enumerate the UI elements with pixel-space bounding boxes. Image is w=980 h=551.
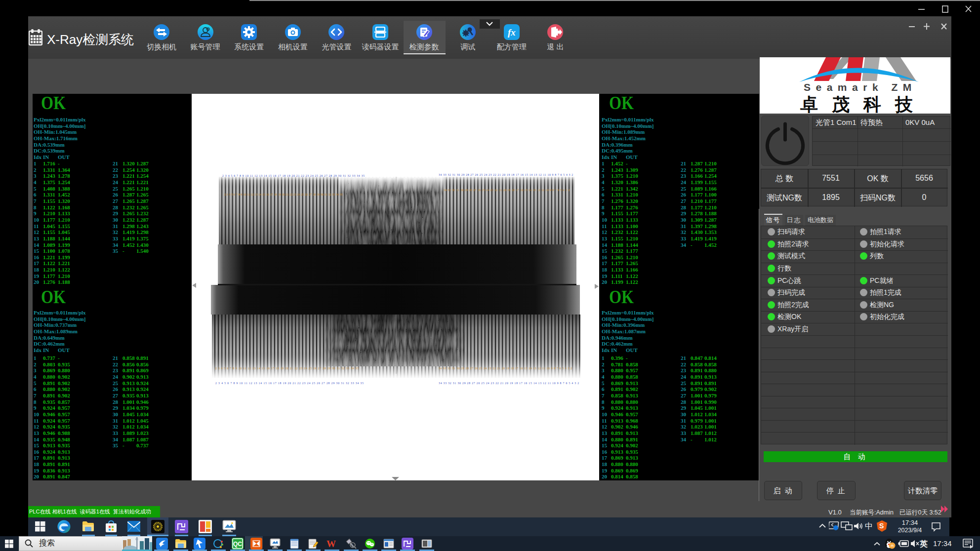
svg-text:34 33 32 31 30 29 28 27 26 25: 34 33 32 31 30 29 28 27 26 25 24 23 22 2… <box>444 189 570 192</box>
svg-text:34 33 32 31 30 29 28 27 26 25: 34 33 32 31 30 29 28 27 26 25 24 23 22 2… <box>439 173 573 176</box>
svg-text:Seamark ZM: Seamark ZM <box>804 81 917 93</box>
svg-text:卓茂科技: 卓茂科技 <box>800 94 927 114</box>
svg-text:2 3 4 5 6 7 8 9 10 11 12 13 14: 2 3 4 5 6 7 8 9 10 11 12 13 14 15 16 17 … <box>224 193 343 196</box>
svg-text:S: S <box>879 522 884 530</box>
svg-text:W: W <box>327 539 336 549</box>
svg-text:2 3 4 5 6 7 8 9 10 11 12 13 14: 2 3 4 5 6 7 8 9 10 11 12 13 14 15 16 17 … <box>222 174 365 177</box>
svg-text:34 33 32 31 30 29 28 27 26 25: 34 33 32 31 30 29 28 27 26 25 24 23 22 2… <box>439 382 579 385</box>
svg-text:QC: QC <box>233 541 242 548</box>
svg-text:34 33 32 31 30 29 28 27 26 25: 34 33 32 31 30 29 28 27 26 25 24 23 22 2… <box>439 367 572 370</box>
svg-text:2 3 4 5 6 7 8 9 10 11 12 13 14: 2 3 4 5 6 7 8 9 10 11 12 13 14 15 16 17 … <box>215 367 359 370</box>
svg-text:fx: fx <box>508 27 516 38</box>
svg-text:2 3 4 5 6 7 8 9 10 11 12 13 14: 2 3 4 5 6 7 8 9 10 11 12 13 14 15 16 17 … <box>215 382 364 385</box>
